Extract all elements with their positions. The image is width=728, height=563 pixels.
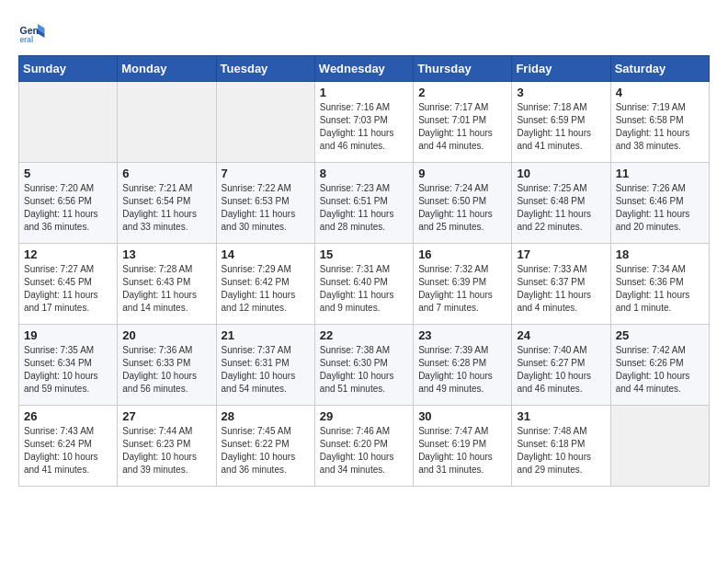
calendar-cell: 29Sunrise: 7:46 AM Sunset: 6:20 PM Dayli…	[314, 406, 413, 487]
day-number: 29	[320, 409, 408, 423]
day-number: 13	[122, 247, 210, 261]
calendar-cell	[19, 82, 118, 163]
calendar-cell: 25Sunrise: 7:42 AM Sunset: 6:26 PM Dayli…	[610, 325, 709, 406]
day-info: Sunrise: 7:18 AM Sunset: 6:59 PM Dayligh…	[517, 101, 605, 153]
calendar-cell: 14Sunrise: 7:29 AM Sunset: 6:42 PM Dayli…	[216, 244, 314, 325]
calendar-cell: 28Sunrise: 7:45 AM Sunset: 6:22 PM Dayli…	[216, 406, 314, 487]
day-info: Sunrise: 7:36 AM Sunset: 6:33 PM Dayligh…	[122, 344, 210, 396]
day-number: 7	[222, 167, 310, 180]
calendar-cell: 17Sunrise: 7:33 AM Sunset: 6:37 PM Dayli…	[512, 244, 610, 325]
header: Gen eral	[18, 18, 710, 46]
day-info: Sunrise: 7:29 AM Sunset: 6:42 PM Dayligh…	[222, 263, 310, 315]
day-number: 15	[320, 247, 408, 261]
day-number: 8	[320, 167, 408, 180]
day-info: Sunrise: 7:22 AM Sunset: 6:53 PM Dayligh…	[222, 182, 310, 234]
day-number: 30	[418, 409, 506, 423]
day-info: Sunrise: 7:33 AM Sunset: 6:37 PM Dayligh…	[517, 263, 605, 315]
day-info: Sunrise: 7:48 AM Sunset: 6:18 PM Dayligh…	[517, 425, 605, 477]
day-number: 3	[517, 86, 605, 99]
calendar-cell: 21Sunrise: 7:37 AM Sunset: 6:31 PM Dayli…	[216, 325, 314, 406]
day-number: 12	[24, 247, 112, 261]
day-number: 11	[616, 167, 704, 180]
day-info: Sunrise: 7:45 AM Sunset: 6:22 PM Dayligh…	[222, 425, 310, 477]
day-number: 23	[418, 328, 506, 342]
day-info: Sunrise: 7:31 AM Sunset: 6:40 PM Dayligh…	[320, 263, 408, 315]
day-number: 20	[122, 328, 210, 342]
calendar: SundayMondayTuesdayWednesdayThursdayFrid…	[18, 55, 710, 487]
day-info: Sunrise: 7:37 AM Sunset: 6:31 PM Dayligh…	[222, 344, 310, 396]
calendar-cell: 22Sunrise: 7:38 AM Sunset: 6:30 PM Dayli…	[314, 325, 413, 406]
svg-text:eral: eral	[20, 36, 34, 44]
day-number: 25	[616, 328, 704, 342]
day-info: Sunrise: 7:34 AM Sunset: 6:36 PM Dayligh…	[616, 263, 704, 315]
day-info: Sunrise: 7:25 AM Sunset: 6:48 PM Dayligh…	[517, 182, 605, 234]
day-info: Sunrise: 7:19 AM Sunset: 6:58 PM Dayligh…	[616, 101, 704, 153]
calendar-cell: 12Sunrise: 7:27 AM Sunset: 6:45 PM Dayli…	[19, 244, 118, 325]
calendar-cell: 19Sunrise: 7:35 AM Sunset: 6:34 PM Dayli…	[19, 325, 118, 406]
calendar-cell: 8Sunrise: 7:23 AM Sunset: 6:51 PM Daylig…	[314, 163, 413, 244]
calendar-cell: 6Sunrise: 7:21 AM Sunset: 6:54 PM Daylig…	[118, 163, 216, 244]
calendar-cell: 24Sunrise: 7:40 AM Sunset: 6:27 PM Dayli…	[512, 325, 610, 406]
weekday-header-thursday: Thursday	[414, 56, 512, 82]
weekday-header-row: SundayMondayTuesdayWednesdayThursdayFrid…	[19, 56, 710, 82]
weekday-header-sunday: Sunday	[19, 56, 118, 82]
calendar-cell: 13Sunrise: 7:28 AM Sunset: 6:43 PM Dayli…	[118, 244, 216, 325]
calendar-cell: 1Sunrise: 7:16 AM Sunset: 7:03 PM Daylig…	[314, 82, 413, 163]
week-row-1: 1Sunrise: 7:16 AM Sunset: 7:03 PM Daylig…	[19, 82, 710, 163]
day-number: 31	[517, 409, 605, 423]
day-info: Sunrise: 7:40 AM Sunset: 6:27 PM Dayligh…	[517, 344, 605, 396]
calendar-cell: 4Sunrise: 7:19 AM Sunset: 6:58 PM Daylig…	[610, 82, 709, 163]
day-number: 17	[517, 247, 605, 261]
day-number: 28	[222, 409, 310, 423]
day-info: Sunrise: 7:42 AM Sunset: 6:26 PM Dayligh…	[616, 344, 704, 396]
day-info: Sunrise: 7:17 AM Sunset: 7:01 PM Dayligh…	[418, 101, 506, 153]
calendar-header: SundayMondayTuesdayWednesdayThursdayFrid…	[19, 56, 710, 82]
day-number: 24	[517, 328, 605, 342]
week-row-3: 12Sunrise: 7:27 AM Sunset: 6:45 PM Dayli…	[19, 244, 710, 325]
day-number: 21	[222, 328, 310, 342]
calendar-cell: 26Sunrise: 7:43 AM Sunset: 6:24 PM Dayli…	[19, 406, 118, 487]
day-number: 18	[616, 247, 704, 261]
day-number: 27	[122, 409, 210, 423]
day-number: 22	[320, 328, 408, 342]
calendar-cell: 18Sunrise: 7:34 AM Sunset: 6:36 PM Dayli…	[610, 244, 709, 325]
day-info: Sunrise: 7:21 AM Sunset: 6:54 PM Dayligh…	[122, 182, 210, 234]
day-info: Sunrise: 7:35 AM Sunset: 6:34 PM Dayligh…	[24, 344, 112, 396]
day-number: 6	[122, 167, 210, 180]
weekday-header-monday: Monday	[118, 56, 216, 82]
day-info: Sunrise: 7:32 AM Sunset: 6:39 PM Dayligh…	[418, 263, 506, 315]
calendar-body: 1Sunrise: 7:16 AM Sunset: 7:03 PM Daylig…	[19, 82, 710, 487]
day-info: Sunrise: 7:44 AM Sunset: 6:23 PM Dayligh…	[122, 425, 210, 477]
svg-text:Gen: Gen	[20, 25, 39, 36]
calendar-cell: 10Sunrise: 7:25 AM Sunset: 6:48 PM Dayli…	[512, 163, 610, 244]
day-info: Sunrise: 7:16 AM Sunset: 7:03 PM Dayligh…	[320, 101, 408, 153]
calendar-cell: 16Sunrise: 7:32 AM Sunset: 6:39 PM Dayli…	[414, 244, 512, 325]
week-row-2: 5Sunrise: 7:20 AM Sunset: 6:56 PM Daylig…	[19, 163, 710, 244]
calendar-cell: 20Sunrise: 7:36 AM Sunset: 6:33 PM Dayli…	[118, 325, 216, 406]
calendar-cell	[118, 82, 216, 163]
calendar-cell: 27Sunrise: 7:44 AM Sunset: 6:23 PM Dayli…	[118, 406, 216, 487]
calendar-cell: 9Sunrise: 7:24 AM Sunset: 6:50 PM Daylig…	[414, 163, 512, 244]
day-info: Sunrise: 7:23 AM Sunset: 6:51 PM Dayligh…	[320, 182, 408, 234]
day-number: 26	[24, 409, 112, 423]
day-number: 19	[24, 328, 112, 342]
weekday-header-wednesday: Wednesday	[314, 56, 413, 82]
calendar-cell: 31Sunrise: 7:48 AM Sunset: 6:18 PM Dayli…	[512, 406, 610, 487]
day-info: Sunrise: 7:46 AM Sunset: 6:20 PM Dayligh…	[320, 425, 408, 477]
day-info: Sunrise: 7:28 AM Sunset: 6:43 PM Dayligh…	[122, 263, 210, 315]
calendar-cell: 2Sunrise: 7:17 AM Sunset: 7:01 PM Daylig…	[414, 82, 512, 163]
day-number: 10	[517, 167, 605, 180]
calendar-cell: 11Sunrise: 7:26 AM Sunset: 6:46 PM Dayli…	[610, 163, 709, 244]
calendar-cell: 23Sunrise: 7:39 AM Sunset: 6:28 PM Dayli…	[414, 325, 512, 406]
page: Gen eral SundayMondayTuesdayWednesdayThu…	[0, 0, 728, 496]
day-info: Sunrise: 7:27 AM Sunset: 6:45 PM Dayligh…	[24, 263, 112, 315]
day-info: Sunrise: 7:47 AM Sunset: 6:19 PM Dayligh…	[418, 425, 506, 477]
calendar-cell	[216, 82, 314, 163]
day-number: 2	[418, 86, 506, 99]
weekday-header-saturday: Saturday	[610, 56, 709, 82]
week-row-4: 19Sunrise: 7:35 AM Sunset: 6:34 PM Dayli…	[19, 325, 710, 406]
day-number: 4	[616, 86, 704, 99]
calendar-cell: 3Sunrise: 7:18 AM Sunset: 6:59 PM Daylig…	[512, 82, 610, 163]
weekday-header-friday: Friday	[512, 56, 610, 82]
day-number: 9	[418, 167, 506, 180]
